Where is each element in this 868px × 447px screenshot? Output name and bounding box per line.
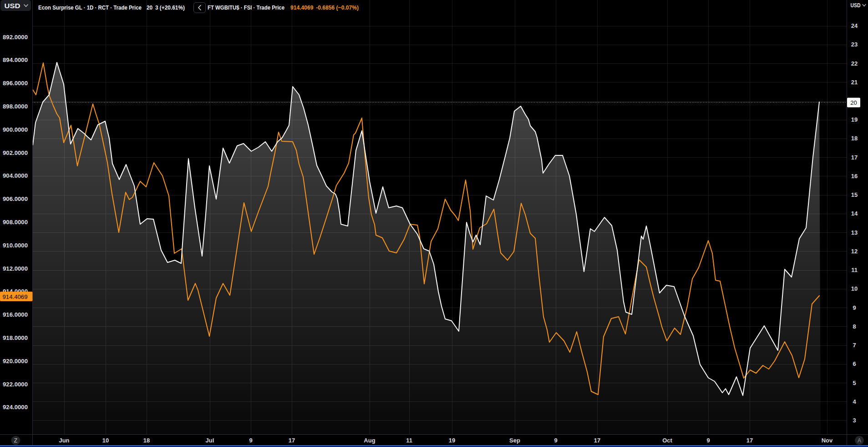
svg-text:916.0000: 916.0000 xyxy=(3,311,28,318)
svg-text:908.0000: 908.0000 xyxy=(3,219,28,226)
svg-text:20: 20 xyxy=(850,99,857,106)
svg-text:924.0000: 924.0000 xyxy=(3,404,28,411)
svg-text:21: 21 xyxy=(851,79,858,86)
svg-text:17: 17 xyxy=(851,154,858,161)
svg-text:3: 3 xyxy=(853,417,856,424)
svg-text:5: 5 xyxy=(853,380,856,386)
svg-text:A: A xyxy=(858,437,861,444)
svg-text:10: 10 xyxy=(851,285,858,292)
svg-text:896.0000: 896.0000 xyxy=(3,80,28,87)
svg-text:918.0000: 918.0000 xyxy=(3,334,28,341)
svg-text:12: 12 xyxy=(851,248,858,255)
svg-text:906.0000: 906.0000 xyxy=(3,195,28,202)
svg-text:19: 19 xyxy=(851,116,858,123)
svg-text:902.0000: 902.0000 xyxy=(3,149,28,156)
svg-text:910.0000: 910.0000 xyxy=(3,242,28,249)
svg-text:9: 9 xyxy=(853,304,856,311)
svg-text:13: 13 xyxy=(851,229,858,236)
svg-text:904.0000: 904.0000 xyxy=(3,172,28,179)
svg-text:8: 8 xyxy=(853,323,856,330)
svg-text:Jul: Jul xyxy=(206,437,214,444)
svg-text:11: 11 xyxy=(406,437,412,444)
svg-text:17: 17 xyxy=(289,437,295,444)
svg-text:18: 18 xyxy=(143,437,150,444)
svg-text:914.4069: 914.4069 xyxy=(3,293,28,300)
svg-text:USD: USD xyxy=(851,2,861,9)
svg-text:Z: Z xyxy=(14,437,17,444)
svg-text:Aug: Aug xyxy=(364,437,375,444)
svg-text:USD: USD xyxy=(5,2,20,10)
svg-text:7: 7 xyxy=(853,342,856,349)
svg-text:FT WGBITU$ · FSI · Trade Price: FT WGBITU$ · FSI · Trade Price xyxy=(208,4,284,11)
svg-text:4: 4 xyxy=(853,398,856,405)
svg-text:14: 14 xyxy=(851,210,858,217)
svg-text:18: 18 xyxy=(851,135,858,142)
svg-text:17: 17 xyxy=(746,437,753,444)
svg-text:9: 9 xyxy=(554,437,557,444)
svg-text:9: 9 xyxy=(249,437,252,444)
svg-text:Nov: Nov xyxy=(822,437,833,444)
svg-text:892.0000: 892.0000 xyxy=(3,34,28,41)
svg-text:23: 23 xyxy=(851,41,858,48)
svg-text:15: 15 xyxy=(851,191,858,198)
svg-text:9: 9 xyxy=(706,437,710,444)
svg-text:922.0000: 922.0000 xyxy=(3,381,28,388)
svg-text:17: 17 xyxy=(594,437,600,444)
svg-text:16: 16 xyxy=(851,173,858,180)
svg-text:900.0000: 900.0000 xyxy=(3,126,28,133)
svg-text:22: 22 xyxy=(851,60,858,67)
svg-text:Jun: Jun xyxy=(59,437,69,444)
svg-text:912.0000: 912.0000 xyxy=(3,265,28,272)
svg-text:Oct: Oct xyxy=(662,437,672,444)
svg-text:894.0000: 894.0000 xyxy=(3,57,28,63)
svg-text:24: 24 xyxy=(851,22,858,29)
svg-text:11: 11 xyxy=(851,267,858,273)
svg-text:Econ Surprise GL · 1D · RCT ·: Econ Surprise GL · 1D · RCT · Trade Pric… xyxy=(38,4,142,11)
svg-text:10: 10 xyxy=(102,437,109,444)
svg-text:920.0000: 920.0000 xyxy=(3,358,28,365)
svg-text:20 3 (+20.61%): 20 3 (+20.61%) xyxy=(147,4,185,11)
svg-text:914.4069 -0.6856 (−0.07%): 914.4069 -0.6856 (−0.07%) xyxy=(290,4,359,11)
svg-text:Sep: Sep xyxy=(509,437,520,444)
svg-text:19: 19 xyxy=(449,437,455,444)
svg-text:6: 6 xyxy=(853,360,856,367)
svg-text:898.0000: 898.0000 xyxy=(3,103,28,110)
